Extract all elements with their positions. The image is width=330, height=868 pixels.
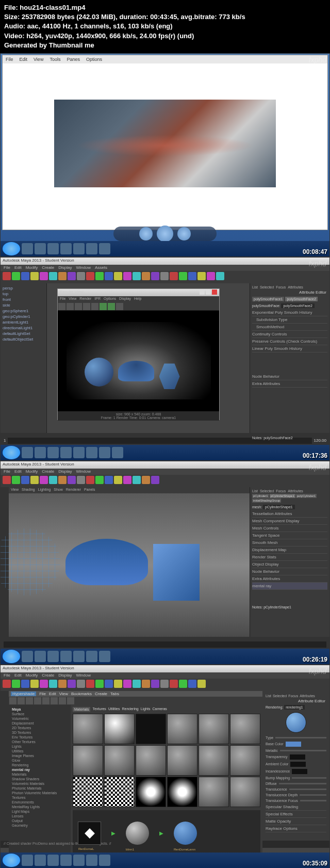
maya-shelf[interactable]: [1, 679, 329, 691]
material-swatch[interactable]: [199, 714, 229, 744]
maya-titlebar: Autodesk Maya 2013 - Student Version: [1, 665, 329, 672]
windows-taskbar[interactable]: [1, 853, 329, 868]
maya-titlebar: Autodesk Maya 2013 - Student Version: [1, 461, 329, 469]
maya-menubar[interactable]: FileEditModifyCreateDisplayWindow: [1, 469, 329, 475]
viewport-sphere[interactable]: [0, 528, 60, 596]
player-content: [3, 63, 327, 223]
player-menubar[interactable]: FileEditViewToolsPanesOptions: [3, 55, 327, 63]
material-swatch[interactable]: [199, 745, 229, 776]
maximize-icon[interactable]: [206, 290, 211, 295]
windows-taskbar[interactable]: [1, 649, 329, 664]
task-icon[interactable]: [99, 243, 110, 254]
task-icon[interactable]: [22, 243, 33, 254]
next-button[interactable]: [177, 227, 191, 240]
viewport-hex[interactable]: [153, 544, 200, 601]
task-icon[interactable]: [47, 243, 59, 254]
play-button[interactable]: [157, 226, 173, 242]
hypershade-toolbar[interactable]: [9, 697, 262, 705]
hypershade-bins[interactable]: MaterialsTexturesUtilitiesRenderingLight…: [71, 705, 262, 859]
thumbnail-frame-1: fxphd FileEditViewToolsPanesOptions 00:0…: [0, 53, 330, 257]
render-menubar[interactable]: FileViewRenderIPROptionsDisplayHelp: [58, 296, 219, 302]
watermark: fxphd: [309, 667, 326, 676]
start-button[interactable]: [3, 854, 20, 867]
render-view-window: Render View FileViewRenderIPROptionsDisp…: [57, 288, 220, 420]
rendered-sphere: [85, 358, 113, 387]
material-swatch[interactable]: [136, 745, 166, 776]
windows-taskbar[interactable]: [1, 241, 329, 256]
material-swatch[interactable]: [199, 777, 229, 807]
material-swatch[interactable]: [104, 714, 135, 744]
timestamp: 00:26:19: [303, 656, 327, 663]
maya-viewport[interactable]: ViewShadingLightingShowRendererPanels: [9, 487, 250, 637]
thumbnail-frame-4: fxphd Autodesk Maya 2013 - Student Versi…: [0, 665, 330, 868]
thumbnail-frame-3: fxphd Autodesk Maya 2013 - Student Versi…: [0, 461, 330, 665]
shader-node[interactable]: RenDomeL: [78, 822, 101, 845]
task-icon[interactable]: [60, 243, 72, 254]
video-still-space: [54, 100, 276, 187]
material-swatch[interactable]: [167, 777, 197, 807]
material-swatch[interactable]: [73, 745, 103, 776]
timestamp: 00:35:09: [303, 860, 327, 867]
attribute-editor[interactable]: ListSelectedFocusAttributes Attribute Ed…: [262, 691, 329, 841]
hypershade-menubar[interactable]: Hypershade FileEditViewBookmarksCreateTa…: [9, 691, 262, 697]
maya-shelf[interactable]: [1, 475, 329, 487]
viewport-bowl[interactable]: [65, 539, 148, 585]
video-player-window: FileEditViewToolsPanesOptions: [2, 55, 328, 230]
material-swatch[interactable]: [73, 777, 103, 807]
toolbox[interactable]: [1, 691, 9, 841]
task-icon[interactable]: [35, 243, 46, 254]
shader-node[interactable]: blinn1: [126, 822, 149, 845]
material-preview: [286, 712, 306, 733]
watermark: fxphd: [309, 463, 326, 472]
create-panel[interactable]: Maya Surface Volumetric Displacement 2D …: [9, 705, 71, 859]
render-output: [58, 311, 219, 411]
material-swatch[interactable]: [230, 777, 260, 807]
shader-node[interactable]: RenDomeLamn: [174, 822, 197, 845]
material-swatch[interactable]: [167, 714, 197, 744]
timestamp: 00:08:47: [303, 248, 327, 255]
rendered-hex: [159, 363, 180, 389]
maya-shelf[interactable]: [1, 271, 329, 283]
start-button[interactable]: [3, 242, 20, 255]
material-swatch[interactable]: [136, 777, 166, 807]
windows-taskbar[interactable]: [1, 445, 329, 460]
task-icon[interactable]: [86, 243, 97, 254]
watermark: fxphd: [309, 56, 326, 64]
prev-button[interactable]: [139, 227, 153, 240]
material-swatch[interactable]: [230, 745, 260, 776]
material-swatch[interactable]: [73, 714, 103, 744]
material-swatch[interactable]: [167, 745, 197, 776]
attribute-editor[interactable]: ListSelectedFocusAttributes pCylinder1pC…: [250, 487, 329, 637]
render-toolbar[interactable]: [58, 302, 219, 311]
close-icon[interactable]: [212, 290, 217, 295]
maya-titlebar: Autodesk Maya 2013 - Student Version: [1, 258, 329, 265]
render-view-titlebar[interactable]: Render View: [58, 289, 219, 296]
material-swatch[interactable]: [104, 777, 135, 807]
outliner-panel[interactable]: persp top front side geo:pSphere1 geo:pC…: [1, 283, 47, 433]
attribute-editor[interactable]: ListSelectedFocusAttributes Attribute Ed…: [250, 283, 329, 433]
media-controls[interactable]: [113, 227, 217, 241]
material-swatch[interactable]: [230, 714, 260, 744]
material-swatch[interactable]: [136, 714, 166, 744]
minimize-icon[interactable]: [200, 290, 205, 295]
start-button[interactable]: [3, 446, 20, 459]
timestamp: 00:17:36: [303, 452, 327, 459]
maya-viewport[interactable]: Render View FileViewRenderIPROptionsDisp…: [47, 283, 250, 433]
thumbnail-frame-2: fxphd Autodesk Maya 2013 - Student Versi…: [0, 257, 330, 461]
material-swatch[interactable]: [104, 745, 135, 776]
rendered-bowl: [118, 361, 154, 381]
media-info-header: File: hou214-class01.mp4 Size: 253782908…: [0, 0, 330, 53]
start-button[interactable]: [3, 650, 20, 663]
watermark: fxphd: [309, 260, 326, 268]
maya-menubar[interactable]: FileEditModifyCreateDisplayWindowAssets: [1, 265, 329, 271]
node-graph[interactable]: RenDomeL ▶ blinn1 ▶ RenDomeLamn: [73, 810, 260, 857]
render-status: size: 960 x 540 zoom: 0.488 Frame: 1 Ren…: [58, 411, 219, 421]
maya-menubar[interactable]: FileEditModifyCreateDisplayWindow: [1, 672, 329, 679]
task-icon[interactable]: [73, 243, 85, 254]
